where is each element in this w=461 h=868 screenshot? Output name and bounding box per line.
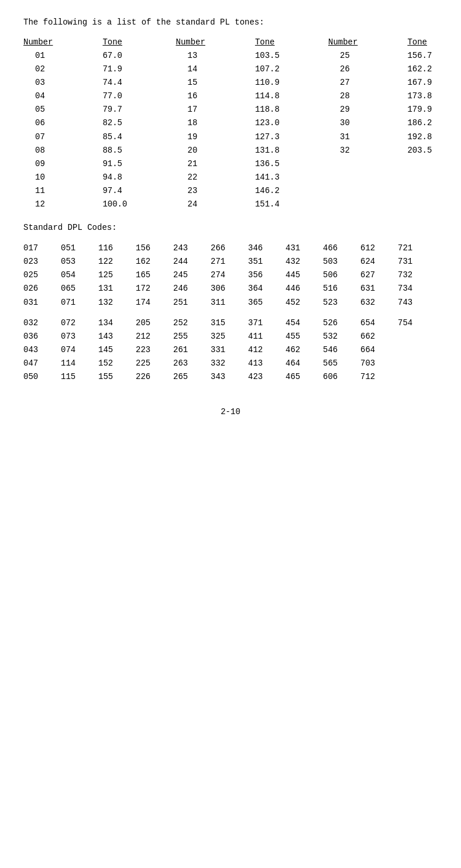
pl-cell: 19: [176, 130, 255, 144]
pl-cell: 25: [328, 49, 407, 63]
dpl-cell: 255: [173, 330, 211, 343]
dpl-cell: 174: [136, 296, 173, 309]
dpl-cell: 053: [61, 255, 98, 268]
dpl-cell: 546: [323, 343, 360, 357]
dpl-cell: 331: [211, 343, 248, 357]
pl-header-number1: Number: [23, 37, 102, 49]
dpl-cell: 351: [248, 255, 285, 268]
pl-cell: 192.8: [407, 130, 438, 144]
pl-cell: 08: [23, 144, 102, 157]
dpl-cell: 036: [23, 330, 61, 343]
dpl-cell: 226: [136, 370, 173, 384]
pl-cell: 82.5: [102, 116, 176, 130]
dpl-cell: 703: [360, 357, 398, 370]
dpl-row: 047114152225263332413464565703: [23, 357, 438, 370]
dpl-cell: 225: [136, 357, 173, 370]
dpl-cell: 252: [173, 316, 211, 330]
dpl-cell: 315: [211, 316, 248, 330]
dpl-row: 023053122162244271351432503624731: [23, 255, 438, 268]
pl-cell: 21: [176, 157, 255, 171]
dpl-cell: 732: [398, 268, 435, 282]
dpl-cell: 265: [173, 370, 211, 384]
dpl-cell: 325: [211, 330, 248, 343]
dpl-cell: 632: [360, 296, 398, 309]
dpl-cell: 023: [23, 255, 61, 268]
pl-cell: 06: [23, 116, 102, 130]
pl-cell: [407, 184, 438, 198]
pl-cell: 186.2: [407, 116, 438, 130]
pl-cell: 18: [176, 116, 255, 130]
pl-cell: 13: [176, 49, 255, 63]
dpl-cell: 031: [23, 296, 61, 309]
dpl-cell: 261: [173, 343, 211, 357]
dpl-cell: [398, 370, 435, 384]
pl-cell: 09: [23, 157, 102, 171]
pl-cell: 110.9: [255, 76, 328, 89]
dpl-cell: 364: [248, 282, 285, 295]
pl-cell: 10: [23, 171, 102, 184]
dpl-cell: 664: [360, 343, 398, 357]
dpl-row: 025054125165245274356445506627732: [23, 268, 438, 282]
dpl-cell: 606: [323, 370, 360, 384]
dpl-cell: 627: [360, 268, 398, 282]
dpl-cell: 205: [136, 316, 173, 330]
dpl-cell: 412: [248, 343, 285, 357]
pl-cell: 100.0: [102, 198, 176, 211]
pl-cell: 27: [328, 76, 407, 89]
pl-cell: 136.5: [255, 157, 328, 171]
dpl-cell: 754: [398, 316, 435, 330]
pl-cell: 24: [176, 198, 255, 211]
dpl-cell: 526: [323, 316, 360, 330]
pl-cell: 146.2: [255, 184, 328, 198]
pl-cell: 31: [328, 130, 407, 144]
pl-table-row: 12100.024151.4: [23, 198, 438, 211]
dpl-cell: 032: [23, 316, 61, 330]
pl-cell: 05: [23, 103, 102, 116]
dpl-cell: 223: [136, 343, 173, 357]
dpl-cell: 445: [285, 268, 323, 282]
dpl-cell: 050: [23, 370, 61, 384]
pl-cell: 77.0: [102, 89, 176, 103]
dpl-cell: 155: [98, 370, 136, 384]
pl-table-header-row: Number Tone Number Tone Number Tone: [23, 37, 438, 49]
pl-cell: 23: [176, 184, 255, 198]
dpl-cell: [398, 343, 435, 357]
pl-header-tone2: Tone: [255, 37, 328, 49]
pl-cell: 74.4: [102, 76, 176, 89]
dpl-cell: 413: [248, 357, 285, 370]
pl-cell: 12: [23, 198, 102, 211]
pl-cell: 01: [23, 49, 102, 63]
dpl-cell: 047: [23, 357, 61, 370]
pl-cell: 88.5: [102, 144, 176, 157]
pl-table-row: 0991.521136.5: [23, 157, 438, 171]
pl-cell: 28: [328, 89, 407, 103]
dpl-cell: 073: [61, 330, 98, 343]
dpl-cell: 051: [61, 242, 98, 255]
dpl-cell: 071: [61, 296, 98, 309]
dpl-row: 050115155226265343423465606712: [23, 370, 438, 384]
dpl-cell: 523: [323, 296, 360, 309]
pl-cell: 94.8: [102, 171, 176, 184]
pl-cell: [328, 184, 407, 198]
dpl-cell: 043: [23, 343, 61, 357]
dpl-cell: 464: [285, 357, 323, 370]
pl-header-tone1: Tone: [102, 37, 176, 49]
pl-table-row: 0682.518123.030186.2: [23, 116, 438, 130]
pl-cell: [407, 171, 438, 184]
pl-cell: 114.8: [255, 89, 328, 103]
dpl-row: 036073143212255325411455532662: [23, 330, 438, 343]
pl-cell: 22: [176, 171, 255, 184]
dpl-cell: 145: [98, 343, 136, 357]
pl-cell: [328, 198, 407, 211]
dpl-cell: 446: [285, 282, 323, 295]
dpl-cell: 065: [61, 282, 98, 295]
dpl-cell: 025: [23, 268, 61, 282]
pl-table-row: 0477.016114.828173.8: [23, 89, 438, 103]
pl-table-row: 0271.914107.226162.2: [23, 63, 438, 76]
pl-cell: 179.9: [407, 103, 438, 116]
dpl-cell: 243: [173, 242, 211, 255]
dpl-cell: 125: [98, 268, 136, 282]
pl-cell: 16: [176, 89, 255, 103]
dpl-cell: 506: [323, 268, 360, 282]
pl-cell: 20: [176, 144, 255, 157]
